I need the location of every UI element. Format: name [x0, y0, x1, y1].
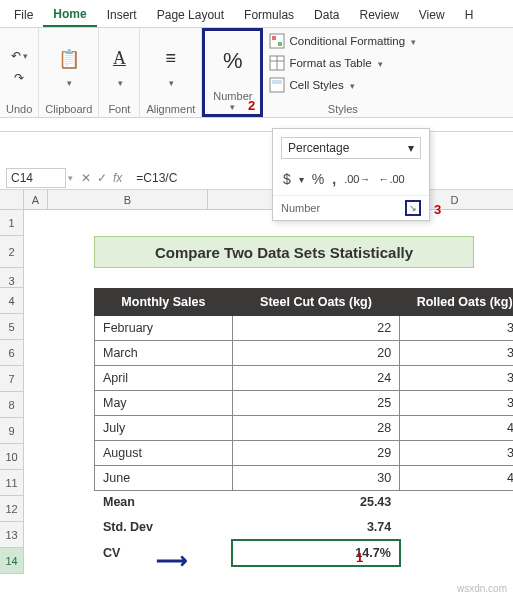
watermark: wsxdn.com	[457, 583, 507, 594]
group-alignment-label: Alignment	[146, 101, 195, 115]
stat-row-std[interactable]: Std. Dev3.74	[95, 515, 514, 541]
currency-caret-icon[interactable]: ▾	[299, 174, 304, 185]
number-format-popup: Percentage ▾ $ ▾ % , .00→ ←.00 Number ↘	[272, 128, 430, 221]
popup-footer-label: Number	[281, 202, 320, 214]
row-header[interactable]: 5	[0, 314, 24, 340]
row-header[interactable]: 4	[0, 288, 24, 314]
row-header[interactable]: 13	[0, 522, 24, 548]
chevron-down-icon: ▾	[408, 141, 414, 155]
cond-fmt-icon	[269, 33, 285, 49]
select-all-corner[interactable]	[0, 190, 24, 210]
font-icon[interactable]: A	[105, 45, 133, 73]
row-header[interactable]: 8	[0, 392, 24, 418]
cancel-icon[interactable]: ✕	[81, 171, 91, 185]
ribbon: ↶ ↷ Undo 📋 Clipboard A Font ≡ Alignment …	[0, 28, 513, 118]
data-table: Monthly Sales Steel Cut Oats (kg) Rolled…	[94, 288, 513, 567]
cell-styles-icon	[269, 77, 285, 93]
number-caret-icon[interactable]: ▾	[230, 102, 235, 112]
row-header[interactable]: 2	[0, 236, 24, 268]
name-box[interactable]: C14	[6, 168, 66, 188]
fx-icon[interactable]: fx	[113, 171, 122, 185]
decrease-decimal-icon[interactable]: ←.00	[378, 173, 404, 185]
row-header[interactable]: 9	[0, 418, 24, 444]
grid: 1 2 3 4 5 6 7 8 9 10 11 12 13 14 A B C D…	[0, 190, 513, 574]
clipboard-caret-icon[interactable]	[65, 75, 72, 89]
callout-1: 1	[356, 550, 363, 565]
table-row[interactable]: February2230	[95, 316, 514, 341]
row-header[interactable]: 11	[0, 470, 24, 496]
cell-styles-button[interactable]: Cell Styles	[269, 76, 416, 94]
alignment-icon[interactable]: ≡	[157, 45, 185, 73]
tab-file[interactable]: File	[4, 2, 43, 26]
group-font: A Font	[99, 28, 140, 117]
percent-icon[interactable]: %	[223, 48, 243, 74]
stat-row-mean[interactable]: Mean25.43	[95, 491, 514, 515]
font-caret-icon[interactable]	[116, 75, 123, 89]
svg-rect-1	[272, 36, 276, 40]
table-header: Monthly Sales	[95, 289, 233, 316]
group-alignment: ≡ Alignment	[140, 28, 202, 117]
page-title: Compare Two Data Sets Statistically	[94, 236, 474, 268]
tab-home[interactable]: Home	[43, 1, 96, 27]
paste-icon[interactable]: 📋	[55, 45, 83, 73]
svg-rect-2	[278, 42, 282, 46]
formula-bar-row: C14 ▾ ✕ ✓ fx =C13/C	[0, 166, 513, 190]
ribbon-tabs: File Home Insert Page Layout Formulas Da…	[0, 0, 513, 28]
alignment-caret-icon[interactable]	[167, 75, 174, 89]
callout-2: 2	[248, 98, 255, 113]
table-row[interactable]: July2845	[95, 416, 514, 441]
group-styles: Conditional Formatting Format as Table C…	[263, 28, 422, 117]
table-row[interactable]: April2439	[95, 366, 514, 391]
format-as-table-button[interactable]: Format as Table	[269, 54, 416, 72]
active-cell: 14.7%	[232, 540, 400, 566]
table-header: Rolled Oats (kg)	[400, 289, 513, 316]
group-styles-label: Styles	[269, 101, 416, 115]
redo-icon[interactable]: ↷	[9, 68, 29, 88]
col-header[interactable]: B	[48, 190, 208, 210]
number-format-select[interactable]: Percentage ▾	[281, 137, 421, 159]
percent-button[interactable]: %	[312, 171, 324, 187]
tab-formulas[interactable]: Formulas	[234, 2, 304, 26]
group-undo: ↶ ↷ Undo	[0, 28, 39, 117]
table-row[interactable]: June3040	[95, 466, 514, 491]
row-header[interactable]: 12	[0, 496, 24, 522]
row-header[interactable]: 6	[0, 340, 24, 366]
increase-decimal-icon[interactable]: .00→	[344, 173, 370, 185]
row-header[interactable]: 10	[0, 444, 24, 470]
row-header[interactable]: 7	[0, 366, 24, 392]
currency-button[interactable]: $	[283, 171, 291, 187]
col-header[interactable]: A	[24, 190, 48, 210]
tab-view[interactable]: View	[409, 2, 455, 26]
comma-button[interactable]: ,	[332, 171, 336, 187]
conditional-formatting-button[interactable]: Conditional Formatting	[269, 32, 416, 50]
table-icon	[269, 55, 285, 71]
group-undo-label: Undo	[6, 101, 32, 115]
tab-page-layout[interactable]: Page Layout	[147, 2, 234, 26]
group-number-label: Number	[213, 88, 252, 102]
row-header[interactable]: 1	[0, 210, 24, 236]
tab-review[interactable]: Review	[349, 2, 408, 26]
row-header[interactable]: 14	[0, 548, 24, 574]
arrow-icon: ⟶	[156, 548, 188, 574]
table-row[interactable]: May2534	[95, 391, 514, 416]
table-header: Steel Cut Oats (kg)	[232, 289, 400, 316]
tab-data[interactable]: Data	[304, 2, 349, 26]
svg-rect-7	[272, 80, 282, 84]
row-header[interactable]: 3	[0, 268, 24, 288]
callout-3: 3	[434, 202, 441, 217]
tab-help-truncated[interactable]: H	[455, 2, 484, 26]
group-font-label: Font	[105, 101, 133, 115]
undo-icon[interactable]: ↶	[9, 46, 29, 66]
confirm-icon[interactable]: ✓	[97, 171, 107, 185]
group-clipboard-label: Clipboard	[45, 101, 92, 115]
table-row[interactable]: March2038	[95, 341, 514, 366]
tab-insert[interactable]: Insert	[97, 2, 147, 26]
group-clipboard: 📋 Clipboard	[39, 28, 99, 117]
table-row[interactable]: August2932	[95, 441, 514, 466]
dialog-launcher-icon[interactable]: ↘	[405, 200, 421, 216]
